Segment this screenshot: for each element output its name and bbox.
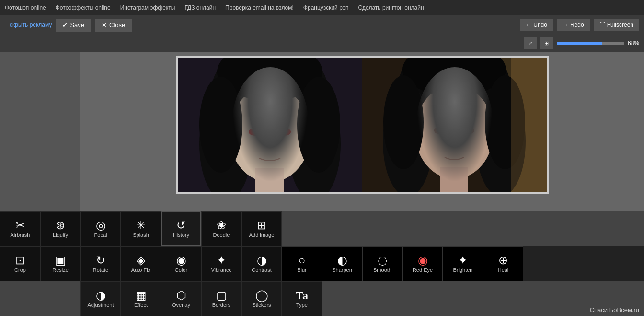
redo-button[interactable]: → Redo [557,19,590,31]
tool-color[interactable]: ◉ Color [161,246,201,281]
zoom-actual-button[interactable]: ⊞ [540,37,553,49]
left-sidebar [0,52,80,211]
sharpen-label: Sharpen [332,267,352,273]
autofix-label: Auto Fix [131,267,150,273]
svg-rect-28 [511,58,547,192]
edited-image-svg [362,58,547,192]
svg-point-10 [199,77,242,173]
heal-label: Heal [498,267,509,273]
redo-label: Redo [570,22,584,28]
svg-point-22 [437,128,444,133]
tool-type[interactable]: Ta Type [282,281,322,316]
header-left: скрыть рекламу ✔ Save ✕ Close [5,19,132,32]
hide-ad-link[interactable]: скрыть рекламу [10,22,52,28]
overlay-icon: ⬡ [176,290,186,301]
nav-email[interactable]: Проверка email на взлом! [225,4,294,11]
bottom-logo: Спаси БоВсем.ru [590,306,639,314]
liquify-icon: ⊛ [56,220,65,231]
tool-vibrance[interactable]: ✦ Vibrance [201,246,242,281]
tool-liquify[interactable]: ⊛ Liquify [40,211,80,246]
tool-contrast[interactable]: ◑ Contrast [242,246,282,281]
nav-gdz[interactable]: ГДЗ онлайн [184,4,216,11]
svg-point-4 [229,86,310,182]
svg-rect-19 [440,167,468,192]
adjustment-icon: ◑ [96,290,106,301]
nav-rap[interactable]: Французский рэп [303,4,349,11]
nav-photoshop[interactable]: Фотошоп online [5,4,46,11]
tool-focal[interactable]: ◎ Focal [80,211,121,246]
tool-borders[interactable]: ▢ Borders [201,281,242,316]
tool-resize[interactable]: ▣ Resize [40,246,80,281]
stickers-icon: ◯ [255,290,268,301]
borders-icon: ▢ [216,290,227,301]
nav-instagram[interactable]: Инстаграм эффекты [120,4,175,11]
tool-crop[interactable]: ⊡ Crop [0,246,40,281]
crop-icon: ⊡ [15,255,25,266]
tools-row-1: ✂ Airbrush ⊛ Liquify ◎ Focal ✳ Splash ↺ … [0,211,644,246]
addimage-label: Add image [249,232,275,238]
history-icon: ↺ [176,220,186,231]
stickers-label: Stickers [252,302,271,308]
type-label: Type [296,302,308,308]
tool-sharpen[interactable]: ◐ Sharpen [322,246,362,281]
fullscreen-button[interactable]: ⛶ Fullscreen [594,19,639,31]
doodle-icon: ❀ [217,220,226,231]
tool-addimage[interactable]: ⊞ Add image [242,211,282,246]
svg-rect-5 [255,168,284,192]
svg-point-26 [383,75,424,169]
svg-point-20 [434,127,447,134]
overlay-label: Overlay [172,302,190,308]
close-button[interactable]: ✕ Close [95,19,132,32]
zoom-percent: 68% [628,40,639,47]
tool-adjustment[interactable]: ◑ Adjustment [80,281,121,316]
tool-autofix[interactable]: ◈ Auto Fix [121,246,161,281]
tool-redeye[interactable]: ◉ Red Eye [402,246,443,281]
svg-point-11 [297,77,340,173]
fullscreen-icon: ⛶ [599,22,605,28]
autofix-icon: ◈ [137,255,145,266]
close-label: Close [109,22,125,29]
color-icon: ◉ [176,255,186,266]
adjustment-label: Adjustment [87,302,114,308]
app-wrapper: Фотошоп online Фотоэффекты online Инстаг… [0,0,644,316]
doodle-label: Doodle [213,232,230,238]
tool-airbrush[interactable]: ✂ Airbrush [0,211,40,246]
contrast-icon: ◑ [257,255,267,266]
nav-ringtone[interactable]: Сделать рингтон онлайн [358,4,424,11]
tools-panel: ✂ Airbrush ⊛ Liquify ◎ Focal ✳ Splash ↺ … [0,211,644,316]
undo-arrow-icon: ← [526,22,531,28]
edited-image [362,58,547,192]
effect-label: Effect [134,302,148,308]
checkmark-icon: ✔ [62,22,68,29]
zoom-fit-button[interactable]: ⤢ [524,37,537,49]
save-button[interactable]: ✔ Save [56,19,91,32]
tool-splash[interactable]: ✳ Splash [121,211,161,246]
tool-doodle[interactable]: ❀ Doodle [201,211,242,246]
svg-point-8 [266,144,274,149]
tool-overlay[interactable]: ⬡ Overlay [161,281,201,316]
crop-label: Crop [14,267,26,273]
tool-blur[interactable]: ○ Blur [282,246,322,281]
zoom-slider[interactable] [557,42,624,45]
nav-effects[interactable]: Фотоэффекты online [56,4,111,11]
tool-history[interactable]: ↺ History [161,211,201,246]
tool-rotate[interactable]: ↻ Rotate [80,246,121,281]
save-label: Save [70,22,84,29]
tool-brighten[interactable]: ✦ Brighten [443,246,483,281]
zoom-row: ⤢ ⊞ 68% [0,35,644,52]
splash-icon: ✳ [136,220,146,231]
tool-stickers[interactable]: ◯ Stickers [242,281,282,316]
logo-text: Спаси БоВсем.ru [590,306,639,314]
tool-smooth[interactable]: ◌ Smooth [362,246,402,281]
tool-effect[interactable]: ▦ Effect [121,281,161,316]
svg-point-7 [277,128,291,136]
smooth-label: Smooth [373,267,391,273]
redo-arrow-icon: → [563,22,568,28]
svg-point-24 [451,143,458,148]
top-nav: Фотошоп online Фотоэффекты online Инстаг… [0,0,644,15]
undo-button[interactable]: ← Undo [520,19,553,31]
focal-label: Focal [94,232,107,238]
tool-heal[interactable]: ⊕ Heal [483,246,523,281]
sharpen-icon: ◐ [337,255,347,266]
vibrance-label: Vibrance [211,267,231,273]
